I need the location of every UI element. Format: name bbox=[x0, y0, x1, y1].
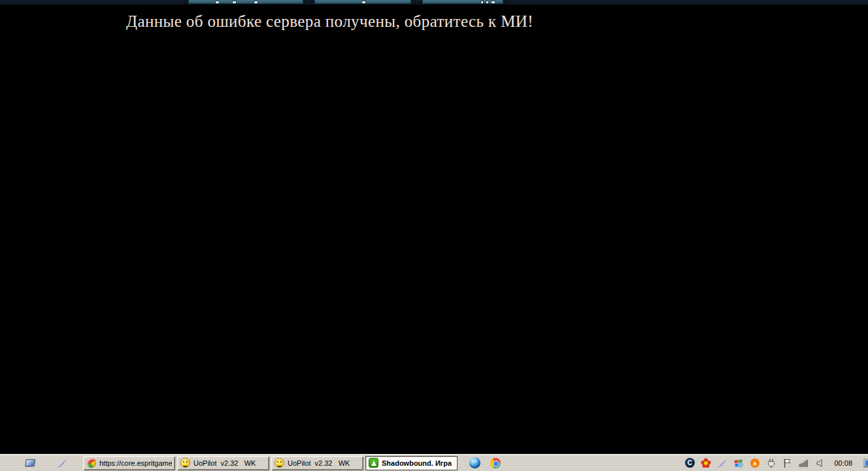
server-error-message: Данные об ошибке сервера получены, обрат… bbox=[126, 12, 533, 31]
windows-update-icon[interactable] bbox=[733, 458, 744, 468]
task-button-label: UoPilot v2.32 WK bbox=[288, 459, 350, 467]
flag-icon[interactable] bbox=[782, 458, 793, 468]
volume-icon[interactable] bbox=[815, 458, 826, 468]
task-button-browser[interactable]: https://core.espritgames... bbox=[83, 456, 175, 470]
red-flower-icon[interactable] bbox=[701, 458, 711, 468]
feather-icon bbox=[57, 458, 67, 468]
display-icon[interactable] bbox=[863, 459, 868, 468]
quick-launch-feather[interactable] bbox=[57, 458, 67, 468]
game-toolbar-strip bbox=[0, 0, 868, 5]
task-button-shadowbound[interactable]: Shadowbound. Игра |... bbox=[365, 456, 458, 470]
game-tab-button-1[interactable] bbox=[187, 0, 305, 4]
task-button-uopilot-1[interactable]: UoPilot v2.32 WK bbox=[177, 456, 269, 470]
green-a-icon bbox=[369, 458, 378, 468]
power-plug-icon[interactable] bbox=[766, 458, 776, 468]
dark-c-circle-icon[interactable]: C bbox=[684, 458, 695, 468]
taskbar-icon-blue-browser[interactable] bbox=[469, 457, 480, 469]
smiley-icon bbox=[275, 458, 284, 468]
smiley-icon bbox=[180, 458, 190, 468]
cutoff-glyph bbox=[481, 1, 483, 3]
task-button-label: UoPilot v2.32 WK bbox=[193, 459, 256, 467]
cutoff-glyph bbox=[492, 1, 495, 3]
cutoff-glyph bbox=[233, 1, 236, 3]
svg-text:a: a bbox=[754, 461, 757, 466]
task-button-label: https://core.espritgames... bbox=[99, 459, 172, 467]
cutoff-glyph bbox=[362, 1, 365, 3]
cutoff-glyph bbox=[254, 1, 258, 3]
desktop-screen: Данные об ошибке сервера получены, обрат… bbox=[0, 0, 868, 471]
taskbar-icon-chrome[interactable] bbox=[490, 457, 501, 469]
quick-launch-app-icon[interactable] bbox=[25, 458, 35, 468]
feather-icon[interactable] bbox=[717, 458, 727, 468]
system-tray: C bbox=[684, 458, 868, 468]
task-button-uopilot-2[interactable]: UoPilot v2.32 WK bbox=[271, 456, 363, 470]
app-cube-icon bbox=[25, 459, 35, 467]
taskbar: https://core.espritgames... UoPilot v2.3… bbox=[0, 454, 868, 471]
avast-icon[interactable]: a bbox=[750, 458, 760, 468]
cutoff-glyph bbox=[216, 1, 219, 3]
taskbar-clock[interactable]: 00:08 bbox=[834, 459, 852, 467]
task-button-label: Shadowbound. Игра |... bbox=[382, 459, 454, 467]
chrome-icon bbox=[490, 458, 501, 468]
cutoff-glyph bbox=[486, 1, 488, 3]
signal-bars-icon[interactable] bbox=[799, 458, 809, 468]
colored-ball-icon bbox=[86, 458, 96, 468]
blue-ball-face-icon bbox=[469, 457, 480, 468]
